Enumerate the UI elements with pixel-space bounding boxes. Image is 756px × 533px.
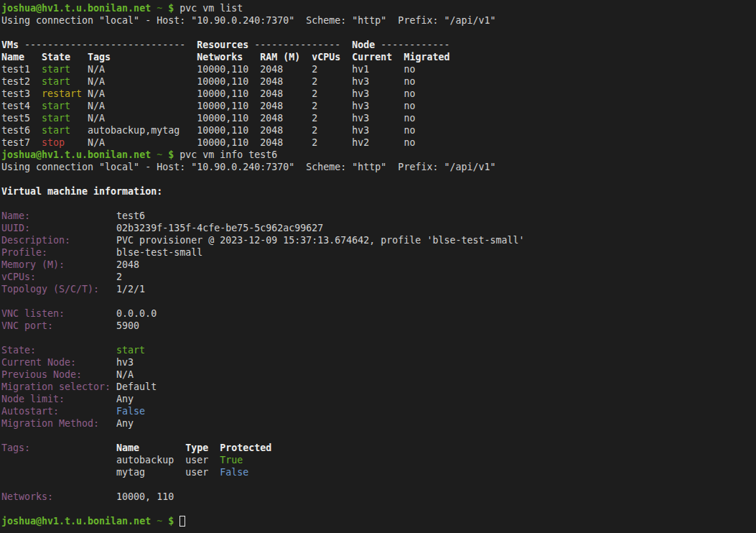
field-value: N/A [116,369,134,381]
vm-name-cell: test5 [1,112,30,124]
field-value: Any [116,417,134,430]
vm-vcpus-cell: 2 [312,75,317,88]
vm-ram-cell: 2048 [260,100,283,112]
info-row-vnc-listen: VNC listen: 0.0.0.0 [1,307,756,320]
group-vms-label: VMs [1,39,19,51]
prompt-symbol: $ [168,149,174,161]
info-row-topology: Topology (S/C/T): 1/2/1 [1,283,756,295]
col-migrated: Migrated [403,51,449,63]
field-value: False [116,405,145,417]
vm-row-test6: test6 start autobackup,mytag 10000,110 2… [1,124,756,136]
connection-text: Using connection "local" - Host: "10.90.… [1,161,495,173]
field-label: Autostart: [1,405,59,417]
vm-current-cell: hv3 [352,112,369,124]
col-state: State [42,51,70,63]
vm-migrated-cell: no [403,63,415,75]
terminal[interactable]: joshua@hv1.t.u.bonilan.net ~ $ pvc vm li… [0,0,756,533]
vm-row-test1: test1 start N/A 10000,110 2048 2 hv1 no [1,63,756,75]
vm-migrated-cell: no [403,112,415,124]
col-tags: Tags [88,51,111,63]
info-row-vnc-port: VNC port: 5900 [1,320,756,332]
info-row-uuid: UUID: 02b3239f-135f-4cfe-be75-5c962ac996… [1,222,756,234]
info-row-memory: Memory (M): 2048 [1,259,756,271]
vm-state-cell: start [42,63,70,75]
field-label: Previous Node: [1,369,82,381]
vm-migrated-cell: no [403,75,415,88]
vm-row-test4: test4 start N/A 10000,110 2048 2 hv3 no [1,100,756,112]
prompt-cwd: ~ [157,2,162,14]
vm-networks-cell: 10000,110 [197,63,248,75]
vm-migrated-cell: no [403,136,415,149]
group-resources-label: Resources [197,39,248,51]
group-resources-dashes: --------------- [254,39,340,51]
field-label: vCPUs: [1,271,36,283]
field-label: Current Node: [1,356,76,369]
vm-name-cell: test2 [1,75,30,88]
field-label: VNC listen: [1,307,65,320]
field-value: 0.0.0.0 [116,307,157,320]
vm-state-cell: restart [42,88,82,100]
info-row-node-limit: Node limit: Any [1,393,756,405]
prompt-line-2: joshua@hv1.t.u.bonilan.net ~ $ pvc vm in… [1,149,756,161]
vm-list-group-header: VMs ---------------------------- Resourc… [1,39,756,51]
vm-networks-cell: 10000,110 [197,88,248,100]
info-row-state: State: start [1,344,756,356]
field-value: test6 [116,210,145,222]
connection-text: Using connection "local" - Host: "10.90.… [1,14,495,27]
vm-current-cell: hv3 [352,100,369,112]
tag-name-cell: autobackup [116,454,174,466]
vm-migrated-cell: no [403,100,415,112]
field-label: State: [1,344,36,356]
field-label: Name: [1,210,30,222]
vm-list-column-header: Name State Tags Networks RAM (M) vCPUs C… [1,51,756,63]
field-label: Migration Method: [1,417,99,430]
tags-row-autobackup: autobackup user True [1,454,756,466]
info-row-previous-node: Previous Node: N/A [1,369,756,381]
vm-current-cell: hv2 [352,136,369,149]
command-vm-list: pvc vm list [179,2,243,14]
field-value: 02b3239f-135f-4cfe-be75-5c962ac99627 [116,222,323,234]
vm-state-cell: start [42,124,70,136]
tags-col-type: Type [185,442,208,454]
tags-row-mytag: mytag user False [1,466,756,478]
vm-state-cell: start [42,112,70,124]
info-row-migration-selector: Migration selector: Default [1,381,756,393]
vm-tags-cell: N/A [88,136,105,149]
tag-protected-cell: True [220,454,243,466]
vm-ram-cell: 2048 [260,112,283,124]
blank-line [1,332,756,344]
command-vm-info: pvc vm info test6 [179,149,277,161]
field-value: 1/2/1 [116,283,145,295]
group-node-dashes: ------------ [381,39,449,51]
blank-line [1,478,756,491]
prompt-cwd: ~ [157,149,162,161]
vm-row-test2: test2 start N/A 10000,110 2048 2 hv3 no [1,75,756,88]
field-label: Topology (S/C/T): [1,283,99,295]
vm-ram-cell: 2048 [260,136,283,149]
col-vcpus: vCPUs [312,51,340,63]
vm-ram-cell: 2048 [260,63,283,75]
vm-state-cell: start [42,75,70,88]
vm-networks-cell: 10000,110 [197,75,248,88]
tag-protected-cell: False [220,466,248,478]
prompt-user-host: joshua@hv1.t.u.bonilan.net [1,2,151,14]
vm-name-cell: test6 [1,124,30,136]
vm-tags-cell: autobackup,mytag [88,124,179,136]
field-value: 5900 [116,320,139,332]
prompt-line-3: joshua@hv1.t.u.bonilan.net ~ $ [1,515,756,527]
vm-ram-cell: 2048 [260,88,283,100]
info-row-vcpus: vCPUs: 2 [1,271,756,283]
field-value: 2048 [116,259,139,271]
field-label: Networks: [1,491,53,503]
prompt-symbol: $ [168,2,174,14]
vm-name-cell: test1 [1,63,30,75]
vm-tags-cell: N/A [88,100,105,112]
col-name: Name [1,51,24,63]
blank-line [1,295,756,307]
blank-line [1,430,756,442]
col-networks: Networks [197,51,243,63]
info-row-name: Name: test6 [1,210,756,222]
field-value: Default [116,381,157,393]
vm-current-cell: hv3 [352,124,369,136]
vm-ram-cell: 2048 [260,124,283,136]
